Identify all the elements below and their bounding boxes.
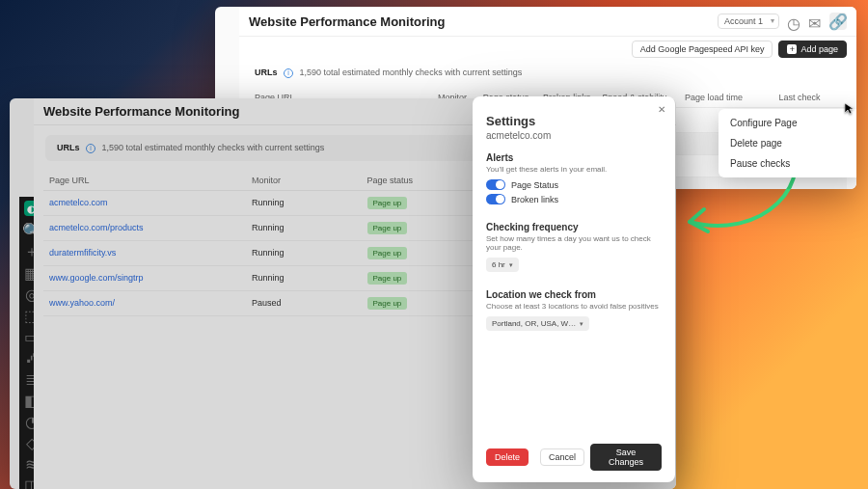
frequency-select[interactable]: 6 hr <box>486 258 519 272</box>
settings-modal: ✕ Settings acmetelco.com Alerts You'll g… <box>473 96 675 482</box>
modal-title: Settings <box>486 114 662 128</box>
menu-delete[interactable]: Delete page <box>719 133 856 153</box>
toggle-switch[interactable] <box>486 179 505 190</box>
location-select[interactable]: Portland, OR, USA, W… <box>486 316 589 331</box>
toggle-page-status[interactable]: Page Status <box>486 179 662 190</box>
row-context-menu: Configure Page Delete page Pause checks <box>719 109 856 177</box>
account-select[interactable]: Account 1 <box>718 14 779 29</box>
save-button[interactable]: Save Changes <box>590 444 662 471</box>
freq-heading: Checking frequency <box>486 222 662 232</box>
page-title: Website Performance Monitoring <box>249 14 445 29</box>
pagespeed-button[interactable]: Add Google Pagespeed API key <box>632 41 773 58</box>
alerts-heading: Alerts <box>486 152 662 163</box>
info-icon[interactable]: i <box>284 68 293 78</box>
cancel-button[interactable]: Cancel <box>540 448 584 466</box>
menu-configure[interactable]: Configure Page <box>719 113 856 133</box>
url-info: URLs i 1,590 total estimated monthly che… <box>239 62 856 84</box>
menu-pause[interactable]: Pause checks <box>719 153 856 174</box>
link-icon[interactable]: 🔗 <box>829 13 847 30</box>
delete-button[interactable]: Delete <box>486 448 529 466</box>
toggle-broken-links[interactable]: Broken links <box>486 194 662 204</box>
modal-subtitle: acmetelco.com <box>486 130 662 141</box>
titlebar-back: Website Performance Monitoring Account 1… <box>239 7 856 37</box>
loc-heading: Location we check from <box>486 289 662 300</box>
close-icon[interactable]: ✕ <box>658 104 665 115</box>
toggle-switch[interactable] <box>486 194 505 204</box>
toolbar: Add Google Pagespeed API key +Add page <box>239 37 856 62</box>
mail-icon[interactable]: ✉ <box>808 14 822 28</box>
cursor-pointer <box>845 101 856 113</box>
add-page-button[interactable]: +Add page <box>778 41 847 58</box>
clock-icon[interactable]: ◷ <box>787 14 800 28</box>
